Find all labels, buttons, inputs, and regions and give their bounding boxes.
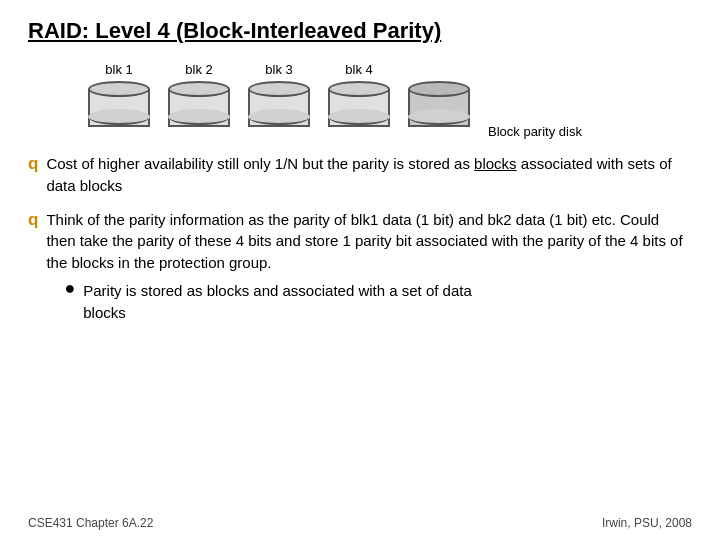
- sub-bullet-dot: ●: [64, 278, 75, 299]
- cylinder-blk2: [168, 81, 230, 135]
- bullet-item-1: q Cost of higher availability still only…: [28, 153, 692, 197]
- disk-label-blk1: blk 1: [105, 62, 132, 77]
- cylinder-blk3: [248, 81, 310, 135]
- footer-left: CSE431 Chapter 6A.22: [28, 516, 153, 530]
- block-parity-label: Block parity disk: [488, 124, 582, 139]
- disk-blk4: blk 4: [328, 62, 390, 135]
- cylinder-top-blk1: [88, 81, 150, 97]
- cylinder-top-blk3: [248, 81, 310, 97]
- disk-blk2: blk 2: [168, 62, 230, 135]
- bullet-text-2: Think of the parity information as the p…: [46, 211, 682, 272]
- sub-bullet-text: Parity is stored as blocks and associate…: [83, 280, 472, 324]
- bullet-text-1: Cost of higher availability still only 1…: [46, 153, 692, 197]
- bullet-text-2-container: Think of the parity information as the p…: [46, 209, 692, 324]
- disks-row: blk 1 blk 2 blk 3: [88, 62, 470, 135]
- disk-blk1: blk 1: [88, 62, 150, 135]
- footer: CSE431 Chapter 6A.22 Irwin, PSU, 2008: [28, 516, 692, 530]
- cylinder-blk4: [328, 81, 390, 135]
- bullet-section: q Cost of higher availability still only…: [28, 153, 692, 323]
- disk-label-parity: [437, 62, 441, 77]
- blocks-underline: blocks: [474, 155, 517, 172]
- parity-label-container: Block parity disk: [478, 120, 582, 139]
- cylinder-top-blk2: [168, 81, 230, 97]
- bullet-item-2: q Think of the parity information as the…: [28, 209, 692, 324]
- disk-parity: [408, 62, 470, 135]
- page: RAID: Level 4 (Block-Interleaved Parity)…: [0, 0, 720, 540]
- page-title: RAID: Level 4 (Block-Interleaved Parity): [28, 18, 692, 44]
- cylinder-top-blk4: [328, 81, 390, 97]
- disks-section: blk 1 blk 2 blk 3: [28, 62, 692, 139]
- sub-bullet-item-1: ● Parity is stored as blocks and associa…: [64, 280, 692, 324]
- disk-blk3: blk 3: [248, 62, 310, 135]
- bullet-marker-2: q: [28, 210, 38, 230]
- bullet-marker-1: q: [28, 154, 38, 174]
- disks-wrapper: blk 1 blk 2 blk 3: [28, 62, 470, 139]
- cylinder-parity: [408, 81, 470, 135]
- disk-label-blk3: blk 3: [265, 62, 292, 77]
- disk-label-blk2: blk 2: [185, 62, 212, 77]
- sub-bullet-section: ● Parity is stored as blocks and associa…: [64, 280, 692, 324]
- cylinder-top-parity: [408, 81, 470, 97]
- cylinder-blk1: [88, 81, 150, 135]
- footer-right: Irwin, PSU, 2008: [602, 516, 692, 530]
- disk-label-blk4: blk 4: [345, 62, 372, 77]
